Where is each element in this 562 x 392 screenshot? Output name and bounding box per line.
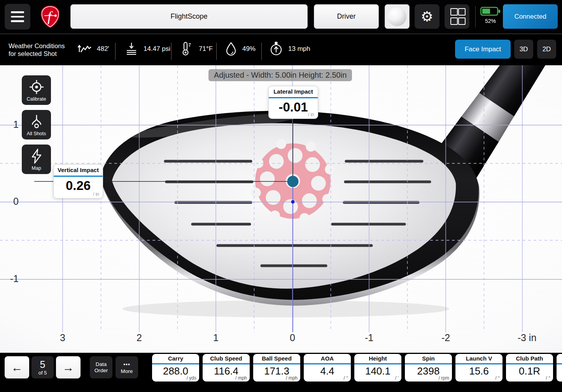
face-center-dot: [291, 200, 295, 204]
data-tile-spin[interactable]: Spin 2398 / rpm: [405, 354, 452, 382]
impact-point-dot: [287, 176, 299, 187]
data-tile-club-speed[interactable]: Club Speed 116.4 / mph: [203, 354, 250, 382]
battery-percent: 52%: [480, 18, 501, 24]
x-axis-tick: 2: [122, 332, 157, 343]
all-shots-icon: [28, 113, 45, 130]
shot-counter[interactable]: 5 of 5: [32, 356, 54, 378]
flightscope-logo-icon: f: [40, 5, 60, 28]
x-axis-tick: -1: [352, 332, 387, 343]
tab-3d[interactable]: 3D: [514, 40, 533, 59]
pressure-readout: 14.47 psi: [124, 41, 170, 57]
tab-face-impact[interactable]: Face Impact: [455, 40, 511, 59]
droplet-icon: [224, 41, 238, 57]
humidity-readout: 49%: [224, 41, 256, 57]
altitude-readout: 482': [77, 41, 109, 57]
hamburger-menu-button[interactable]: [5, 4, 30, 30]
vertical-impact-value: 0.26: [54, 178, 103, 193]
tab-2d[interactable]: 2D: [537, 40, 556, 59]
altitude-icon: [77, 41, 93, 57]
hamburger-icon: [11, 11, 24, 13]
club-select-button[interactable]: Driver: [314, 4, 379, 29]
wind-direction-icon: [268, 41, 284, 57]
map-button[interactable]: Map: [22, 145, 51, 174]
next-shot-button[interactable]: →: [56, 356, 81, 378]
x-axis-tick: -2: [428, 332, 463, 343]
shot-count: of 5: [39, 370, 47, 376]
golf-ball-icon: [388, 7, 406, 26]
top-bar: f FlightScope Driver ⚙: [0, 0, 562, 34]
wind-readout: 13 mph: [268, 41, 310, 57]
topbar-divider: [475, 6, 476, 27]
weather-bar: Weather Conditions for selected Shot 482…: [0, 34, 562, 65]
data-tile-strip: Carry 288.0 / yds Club Speed 116.4 / mph…: [152, 354, 562, 382]
previous-shot-button[interactable]: ←: [5, 356, 29, 378]
app-screen: f FlightScope Driver ⚙: [0, 0, 562, 392]
thermometer-icon: [179, 41, 194, 57]
more-label: More: [121, 368, 133, 374]
x-axis-tick: -3 in: [509, 332, 544, 343]
temperature-readout: 71°F: [179, 41, 213, 57]
data-tile-club-path[interactable]: Club Path 0.1R / °: [506, 354, 553, 382]
calibrate-button[interactable]: Calibrate: [22, 75, 51, 105]
data-order-button[interactable]: Data Order: [90, 356, 112, 378]
weather-label: Weather Conditions for selected Shot: [9, 42, 65, 57]
battery-indicator: 52%: [480, 6, 501, 24]
back-arrow-icon: ←: [11, 361, 23, 374]
data-tile-carry[interactable]: Carry 288.0 / yds: [152, 354, 199, 382]
data-tile-ball-speed[interactable]: Ball Speed 171.3 / mph: [253, 354, 300, 382]
data-tile-partial[interactable]: [557, 354, 562, 382]
data-tile-launch-v[interactable]: Launch V 15.6 / °: [455, 354, 502, 382]
ball-select-button[interactable]: [385, 4, 410, 29]
lightning-icon: [28, 148, 45, 164]
shot-index: 5: [40, 359, 46, 370]
vertical-impact-title: Vertical Impact: [54, 165, 103, 176]
session-title-bar[interactable]: FlightScope: [70, 4, 308, 29]
gear-icon: ⚙: [421, 10, 433, 24]
more-dots-icon: •••: [123, 361, 130, 368]
layout-button[interactable]: [445, 4, 469, 29]
y-axis-tick: 1: [3, 119, 19, 130]
lateral-impact-title: Lateral Impact: [269, 86, 318, 97]
vertical-impact-unit: / in: [93, 192, 99, 197]
app-title: FlightScope: [170, 12, 207, 21]
more-button[interactable]: ••• More: [116, 356, 138, 378]
connection-status: Connected: [514, 13, 546, 21]
face-impact-view: Adjusted - Width: 5.00in Height: 2.50in …: [0, 65, 562, 353]
battery-icon: [480, 6, 501, 16]
grid-layout-icon: [450, 8, 464, 25]
y-axis-tick: -1: [3, 273, 19, 284]
x-axis-tick: 0: [275, 332, 310, 343]
lateral-impact-card: Lateral Impact -0.01 / in: [268, 86, 318, 119]
connected-button[interactable]: Connected: [503, 4, 558, 29]
x-axis-tick: 1: [198, 332, 233, 343]
x-axis-tick: 3: [45, 332, 80, 343]
settings-button[interactable]: ⚙: [415, 4, 439, 29]
calibrate-crosshair-icon: [28, 79, 45, 95]
data-tile-aoa[interactable]: AOA 4.4 / °: [304, 354, 351, 382]
forward-arrow-icon: →: [63, 361, 74, 374]
club-select-label: Driver: [337, 12, 356, 21]
footer-bar: ← 5 of 5 → Data Order ••• More Carry 288…: [0, 353, 562, 392]
vertical-impact-card: Vertical Impact 0.26 / in: [53, 164, 103, 199]
pressure-icon: [124, 41, 139, 57]
adjusted-label: Adjusted - Width: 5.00in Height: 2.50in: [208, 69, 352, 81]
all-shots-button[interactable]: All Shots: [22, 110, 51, 139]
data-tile-height[interactable]: Height 140.1 / ': [354, 354, 401, 382]
y-axis-tick: 0: [3, 196, 19, 207]
lateral-impact-unit: / in: [308, 112, 314, 117]
